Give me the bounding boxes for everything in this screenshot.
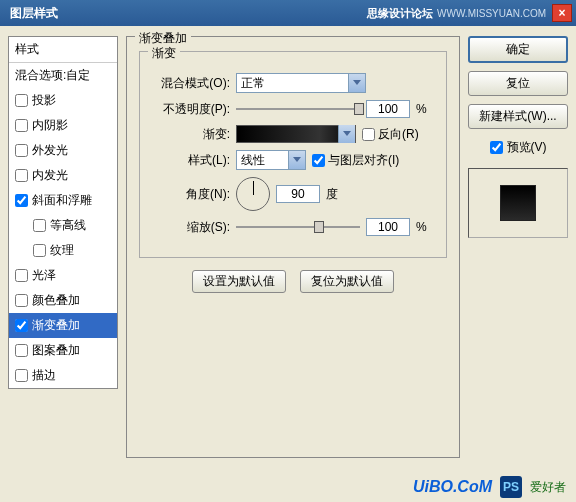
gradient-label: 渐变: [150, 126, 230, 143]
gradient-picker[interactable] [236, 125, 356, 143]
style-item[interactable]: 内阴影 [9, 113, 117, 138]
default-buttons-row: 设置为默认值 复位为默认值 [139, 270, 447, 293]
style-item-label: 描边 [32, 367, 56, 384]
ok-button[interactable]: 确定 [468, 36, 568, 63]
blend-mode-dropdown[interactable]: 正常 [236, 73, 366, 93]
scale-row: 缩放(S): % [150, 218, 436, 236]
style-item-checkbox[interactable] [15, 319, 28, 332]
style-item[interactable]: 图案叠加 [9, 338, 117, 363]
opacity-row: 不透明度(P): % [150, 100, 436, 118]
style-item-checkbox[interactable] [15, 269, 28, 282]
reverse-check-input[interactable] [362, 128, 375, 141]
watermark: UiBO.CoM PS 爱好者 [413, 476, 566, 498]
close-button[interactable]: × [552, 4, 572, 22]
style-item-checkbox[interactable] [15, 94, 28, 107]
scale-input[interactable] [366, 218, 410, 236]
degree-unit: 度 [326, 186, 346, 203]
gradient-group: 渐变 混合模式(O): 正常 不透明度(P): % 渐变: [139, 51, 447, 258]
new-style-button[interactable]: 新建样式(W)... [468, 104, 568, 129]
preview-box [468, 168, 568, 238]
styles-listbox: 样式 混合选项:自定 投影内阴影外发光内发光斜面和浮雕等高线纹理光泽颜色叠加渐变… [8, 36, 118, 389]
preview-checkbox[interactable]: 预览(V) [468, 139, 568, 156]
style-item-label: 颜色叠加 [32, 292, 80, 309]
style-item-label: 图案叠加 [32, 342, 80, 359]
settings-panel: 渐变叠加 渐变 混合模式(O): 正常 不透明度(P): % 渐变: [126, 36, 460, 458]
window-title: 图层样式 [4, 5, 367, 22]
style-item[interactable]: 等高线 [9, 213, 117, 238]
reset-default-button[interactable]: 复位为默认值 [300, 270, 394, 293]
titlebar-url: WWW.MISSYUAN.COM [437, 8, 546, 19]
chevron-down-icon [338, 125, 355, 143]
style-item-label: 等高线 [50, 217, 86, 234]
style-item[interactable]: 纹理 [9, 238, 117, 263]
angle-label: 角度(N): [150, 186, 230, 203]
style-item[interactable]: 内发光 [9, 163, 117, 188]
right-panel: 确定 复位 新建样式(W)... 预览(V) [468, 36, 568, 458]
scale-label: 缩放(S): [150, 219, 230, 236]
angle-dial[interactable] [236, 177, 270, 211]
align-label: 与图层对齐(I) [328, 152, 399, 169]
make-default-button[interactable]: 设置为默认值 [192, 270, 286, 293]
style-item-checkbox[interactable] [15, 294, 28, 307]
reverse-label: 反向(R) [378, 126, 419, 143]
style-item[interactable]: 描边 [9, 363, 117, 388]
style-row: 样式(L): 线性 与图层对齐(I) [150, 150, 436, 170]
style-item[interactable]: 渐变叠加 [9, 313, 117, 338]
percent-unit: % [416, 102, 436, 116]
dialog-content: 样式 混合选项:自定 投影内阴影外发光内发光斜面和浮雕等高线纹理光泽颜色叠加渐变… [0, 26, 576, 468]
style-item-checkbox[interactable] [33, 244, 46, 257]
titlebar-logo: 思缘设计论坛 [367, 6, 433, 21]
inner-group-title: 渐变 [148, 45, 180, 62]
style-item-label: 光泽 [32, 267, 56, 284]
styles-header[interactable]: 样式 [9, 37, 117, 63]
align-check-input[interactable] [312, 154, 325, 167]
preview-swatch [500, 185, 536, 221]
style-item-checkbox[interactable] [15, 369, 28, 382]
titlebar: 图层样式 思缘设计论坛 WWW.MISSYUAN.COM × [0, 0, 576, 26]
opacity-slider[interactable] [236, 108, 360, 110]
style-item-checkbox[interactable] [15, 344, 28, 357]
style-value: 线性 [241, 152, 265, 169]
scale-slider[interactable] [236, 226, 360, 228]
angle-row: 角度(N): 度 [150, 177, 436, 211]
blend-options-header[interactable]: 混合选项:自定 [9, 63, 117, 88]
chevron-down-icon [288, 151, 305, 169]
preview-check-input[interactable] [490, 141, 503, 154]
style-item-label: 斜面和浮雕 [32, 192, 92, 209]
style-item-label: 内发光 [32, 167, 68, 184]
style-item-label: 外发光 [32, 142, 68, 159]
style-item-checkbox[interactable] [33, 219, 46, 232]
blend-options-label: 混合选项:自定 [15, 67, 90, 84]
style-dropdown[interactable]: 线性 [236, 150, 306, 170]
gradient-row: 渐变: 反向(R) [150, 125, 436, 143]
style-item[interactable]: 斜面和浮雕 [9, 188, 117, 213]
style-item-label: 渐变叠加 [32, 317, 80, 334]
style-item-label: 内阴影 [32, 117, 68, 134]
angle-input[interactable] [276, 185, 320, 203]
styles-list-panel: 样式 混合选项:自定 投影内阴影外发光内发光斜面和浮雕等高线纹理光泽颜色叠加渐变… [8, 36, 118, 458]
style-item[interactable]: 颜色叠加 [9, 288, 117, 313]
blend-mode-label: 混合模式(O): [150, 75, 230, 92]
style-item[interactable]: 外发光 [9, 138, 117, 163]
style-item-checkbox[interactable] [15, 194, 28, 207]
preview-label: 预览(V) [507, 139, 547, 156]
cancel-button[interactable]: 复位 [468, 71, 568, 96]
align-checkbox[interactable]: 与图层对齐(I) [312, 152, 399, 169]
style-item-checkbox[interactable] [15, 119, 28, 132]
style-item-checkbox[interactable] [15, 169, 28, 182]
watermark-uibo: UiBO.CoM [413, 478, 492, 496]
chevron-down-icon [348, 74, 365, 92]
percent-unit: % [416, 220, 436, 234]
reverse-checkbox[interactable]: 反向(R) [362, 126, 419, 143]
style-item-checkbox[interactable] [15, 144, 28, 157]
blend-mode-value: 正常 [241, 75, 265, 92]
opacity-input[interactable] [366, 100, 410, 118]
style-item[interactable]: 光泽 [9, 263, 117, 288]
style-item[interactable]: 投影 [9, 88, 117, 113]
blend-mode-row: 混合模式(O): 正常 [150, 73, 436, 93]
style-item-label: 投影 [32, 92, 56, 109]
ps-logo-icon: PS [500, 476, 522, 498]
slider-thumb[interactable] [354, 103, 364, 115]
slider-thumb[interactable] [314, 221, 324, 233]
opacity-label: 不透明度(P): [150, 101, 230, 118]
